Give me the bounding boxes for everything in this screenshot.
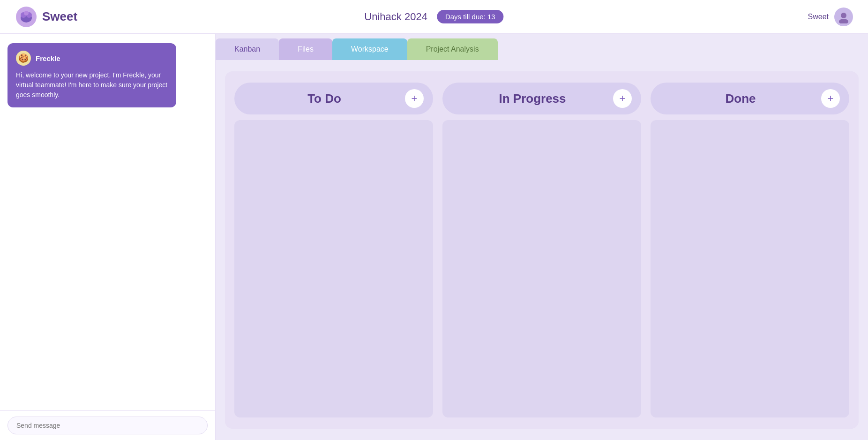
column-done-title: Done: [660, 91, 821, 106]
add-done-button[interactable]: +: [821, 89, 840, 108]
tabs: Kanban Files Workspace Project Analysis: [216, 34, 868, 60]
column-todo-body: [234, 120, 433, 417]
column-todo-header: To Do +: [234, 83, 433, 114]
column-in-progress: In Progress +: [442, 83, 641, 417]
freckle-name: Freckle: [36, 54, 60, 62]
days-badge: Days till due: 13: [437, 10, 504, 23]
logo-text: Sweet: [42, 9, 77, 24]
column-in-progress-header: In Progress +: [442, 83, 641, 114]
user-name: Sweet: [808, 13, 829, 21]
content-area: Kanban Files Workspace Project Analysis …: [216, 34, 868, 440]
kanban-area: To Do + In Progress + Done: [216, 60, 868, 440]
tab-workspace[interactable]: Workspace: [332, 38, 407, 60]
chat-input-area: [0, 410, 215, 440]
column-done-body: [651, 120, 849, 417]
svg-point-5: [841, 13, 846, 18]
avatar-icon: [837, 10, 850, 23]
column-todo-title: To Do: [244, 91, 405, 106]
add-in-progress-button[interactable]: +: [613, 89, 632, 108]
column-done-header: Done +: [651, 83, 849, 114]
column-done: Done +: [651, 83, 849, 417]
header-right: Sweet: [808, 8, 853, 26]
add-todo-button[interactable]: +: [405, 89, 424, 108]
column-todo: To Do +: [234, 83, 433, 417]
chat-message: Hi, welcome to your new project. I'm Fre…: [16, 70, 168, 100]
chat-bubble-header: 🍪 Freckle: [16, 51, 168, 66]
project-title: Unihack 2024: [364, 11, 427, 23]
main-layout: 🍪 Freckle Hi, welcome to your new projec…: [0, 34, 868, 440]
tab-project-analysis[interactable]: Project Analysis: [407, 38, 498, 60]
tab-kanban[interactable]: Kanban: [216, 38, 279, 60]
avatar[interactable]: [834, 8, 853, 26]
logo-area: Sweet: [15, 6, 77, 28]
column-in-progress-title: In Progress: [452, 91, 613, 106]
header: Sweet Unihack 2024 Days till due: 13 Swe…: [0, 0, 868, 34]
svg-point-4: [24, 11, 29, 15]
sweet-logo-icon: [15, 6, 37, 28]
header-center: Unihack 2024 Days till due: 13: [364, 10, 503, 23]
freckle-emoji: 🍪: [18, 53, 29, 63]
freckle-avatar: 🍪: [16, 51, 31, 66]
tab-files[interactable]: Files: [279, 38, 332, 60]
kanban-board: To Do + In Progress + Done: [225, 71, 859, 429]
chat-bubble: 🍪 Freckle Hi, welcome to your new projec…: [7, 43, 176, 107]
column-in-progress-body: [442, 120, 641, 417]
chat-sidebar: 🍪 Freckle Hi, welcome to your new projec…: [0, 34, 216, 440]
chat-input[interactable]: [7, 417, 208, 434]
svg-point-6: [839, 19, 848, 23]
chat-area: 🍪 Freckle Hi, welcome to your new projec…: [0, 34, 215, 410]
